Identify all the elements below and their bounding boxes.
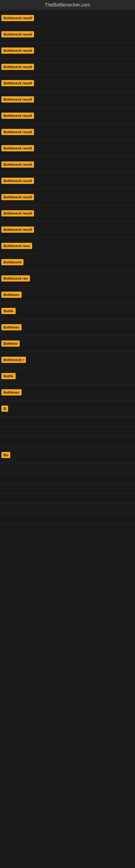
list-item: Bottleneck result — [0, 75, 135, 91]
bottleneck-result-badge[interactable]: Bottlenec — [1, 389, 21, 396]
list-item: Bottleneck result — [0, 42, 135, 59]
list-item — [0, 463, 135, 473]
list-item: Bottleneck result — [0, 189, 135, 205]
list-item — [0, 484, 135, 493]
list-item: Bottleneck result — [0, 91, 135, 108]
list-item: Bottleneck result — [0, 173, 135, 189]
list-item: Bottleneck r — [0, 352, 135, 368]
bottleneck-result-badge[interactable]: Bottlene — [1, 340, 20, 347]
bottleneck-result-badge[interactable]: Bottleneck result — [1, 145, 34, 151]
bottleneck-result-badge[interactable]: Bottleneck result — [1, 113, 34, 119]
list-item: Bottlenec — [0, 384, 135, 401]
bottleneck-result-badge[interactable]: Bottleneck result — [1, 178, 34, 184]
bottleneck-result-badge[interactable]: B — [1, 405, 8, 412]
list-item — [0, 427, 135, 437]
list-item: Bottlene — [0, 336, 135, 352]
list-item: Bottleneck result — [0, 140, 135, 156]
list-item: Bottleneck result — [0, 108, 135, 124]
bottleneck-result-badge[interactable]: Bottleneck res — [1, 275, 30, 282]
list-item: Bottleneck result — [0, 124, 135, 140]
list-item: Bottle — [0, 303, 135, 319]
bottleneck-result-badge[interactable]: Bottleneck — [1, 259, 24, 265]
list-item: Bottleneck result — [0, 10, 135, 26]
bottleneck-result-badge[interactable]: Bottleneck result — [1, 31, 34, 37]
list-item — [0, 473, 135, 484]
bottleneck-result-badge[interactable]: Bottle — [1, 373, 16, 379]
bottleneck-result-badge[interactable]: Bottleneck result — [1, 96, 34, 102]
bottleneck-result-badge[interactable]: Bo — [1, 452, 10, 458]
list-item: Bottleneck res — [0, 271, 135, 287]
bottleneck-result-badge[interactable]: Bottlenec — [1, 291, 21, 298]
list-item: Bottleneck resu — [0, 238, 135, 254]
list-item — [0, 493, 135, 503]
bottleneck-result-badge[interactable]: Bottleneck result — [1, 161, 34, 167]
bottleneck-result-badge[interactable]: Bottleneck result — [1, 226, 34, 233]
list-item: Bo — [0, 447, 135, 463]
bottleneck-result-badge[interactable]: Bottleneck result — [1, 210, 34, 216]
list-item: Bottleneck result — [0, 26, 135, 42]
bottleneck-result-badge[interactable]: Bottleneck result — [1, 129, 34, 135]
list-item — [0, 503, 135, 514]
list-item: Bottlenec — [0, 319, 135, 336]
list-item: Bottlenec — [0, 287, 135, 303]
list-item: Bottle — [0, 368, 135, 384]
site-header: TheBottlenecker.com — [0, 0, 135, 10]
list-item — [0, 437, 135, 447]
bottleneck-result-badge[interactable]: Bottlenec — [1, 324, 21, 330]
list-item — [0, 514, 135, 524]
items-list: Bottleneck resultBottleneck resultBottle… — [0, 10, 135, 524]
bottleneck-result-badge[interactable]: Bottleneck result — [1, 194, 34, 200]
bottleneck-result-badge[interactable]: Bottleneck result — [1, 48, 34, 54]
bottleneck-result-badge[interactable]: Bottleneck result — [1, 64, 34, 70]
list-item — [0, 417, 135, 427]
bottleneck-result-badge[interactable]: Bottleneck result — [1, 15, 34, 21]
list-item: Bottleneck result — [0, 205, 135, 222]
bottleneck-result-badge[interactable]: Bottleneck r — [1, 357, 26, 363]
list-item: Bottleneck result — [0, 156, 135, 173]
list-item: B — [0, 401, 135, 417]
bottleneck-result-badge[interactable]: Bottleneck resu — [1, 243, 32, 249]
site-title: TheBottlenecker.com — [0, 0, 135, 10]
list-item: Bottleneck — [0, 254, 135, 271]
list-item: Bottleneck result — [0, 222, 135, 238]
list-item: Bottleneck result — [0, 59, 135, 75]
bottleneck-result-badge[interactable]: Bottle — [1, 308, 16, 314]
bottleneck-result-badge[interactable]: Bottleneck result — [1, 80, 34, 86]
